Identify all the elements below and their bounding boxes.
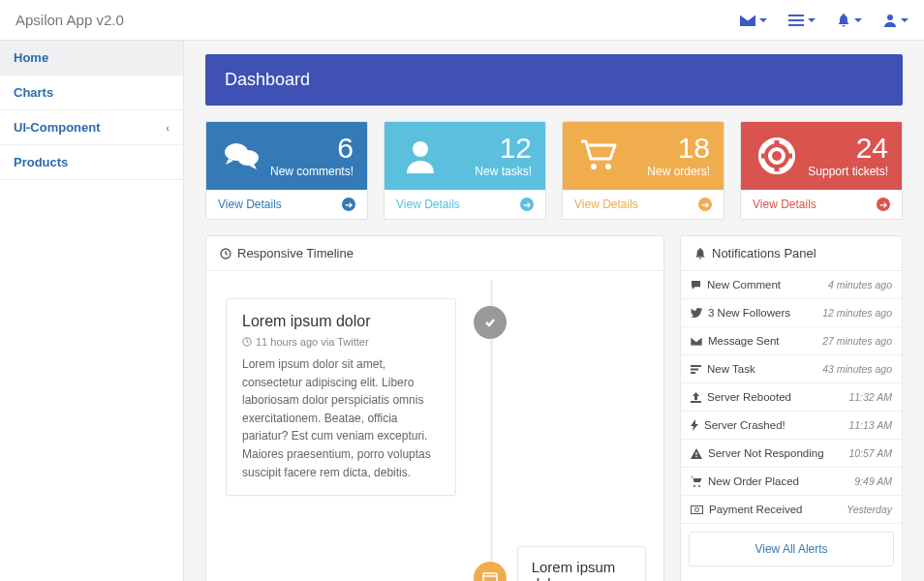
stat-tickets: 24Support tickets! View Details➔: [740, 121, 903, 220]
timeline-body: Lorem ipsum dolor 11 hours ago via Twitt…: [206, 271, 663, 581]
svg-rect-14: [691, 365, 701, 367]
stat-value: 12: [475, 134, 532, 163]
stat-link[interactable]: View Details➔: [206, 190, 367, 219]
brand-title: Apsilon App v2.0: [15, 12, 124, 28]
notification-item[interactable]: 3 New Followers12 minutes ago: [681, 299, 902, 327]
svg-rect-15: [691, 368, 698, 370]
svg-rect-1: [788, 19, 804, 21]
svg-point-8: [605, 164, 611, 169]
stat-link[interactable]: View Details➔: [385, 190, 545, 219]
stat-orders: 18New orders! View Details➔: [562, 121, 724, 220]
cart-icon: [691, 476, 702, 487]
svg-point-18: [695, 507, 699, 511]
view-all-alerts-button[interactable]: View All Alerts: [689, 532, 894, 566]
arrow-right-icon: ➔: [342, 198, 355, 211]
sidebar-item-ui-component[interactable]: UI-Component‹: [0, 110, 183, 145]
sidebar-item-charts[interactable]: Charts: [0, 76, 183, 110]
mail-icon: [740, 15, 755, 26]
sidebar-item-label: Products: [14, 155, 68, 169]
timeline-item: Lorem ipsum dolor Lorem ipsum dolor sit …: [517, 546, 646, 581]
user-dropdown[interactable]: [883, 14, 909, 27]
timeline-badge-card: [474, 562, 507, 581]
svg-rect-16: [691, 372, 695, 374]
messages-dropdown[interactable]: [740, 14, 767, 27]
comment-icon: [691, 280, 701, 290]
caret-down-icon: [808, 18, 816, 22]
timeline-badge-check: [474, 306, 507, 339]
user-icon: [398, 134, 443, 178]
sidebar-item-label: Charts: [14, 85, 53, 100]
notification-item[interactable]: Server Rebooted11:32 AM: [681, 383, 902, 412]
sidebar: Home Charts UI-Component‹ Products: [0, 41, 184, 581]
alerts-dropdown[interactable]: [837, 14, 862, 27]
stat-cards: 6New comments! View Details➔ 12New tasks…: [205, 121, 903, 220]
timeline-item: Lorem ipsum dolor 11 hours ago via Twitt…: [226, 298, 456, 496]
stat-label: Support tickets!: [808, 165, 888, 178]
notifications-panel: Notifications Panel New Comment4 minutes…: [680, 235, 903, 581]
topbar-actions: [740, 14, 909, 27]
stat-link[interactable]: View Details➔: [741, 190, 902, 219]
notification-item[interactable]: Message Sent27 minutes ago: [681, 327, 902, 355]
notification-item[interactable]: Payment ReceivedYesterday: [681, 496, 902, 524]
svg-rect-17: [692, 505, 703, 513]
tasks-dropdown[interactable]: [788, 14, 816, 27]
caret-down-icon: [854, 18, 862, 22]
timeline-panel: Responsive Timeline Lorem ipsum dolor 11…: [205, 235, 664, 581]
warn-icon: [691, 448, 702, 459]
svg-rect-13: [483, 573, 497, 581]
arrow-right-icon: ➔: [520, 198, 534, 211]
sidebar-item-products[interactable]: Products: [0, 145, 183, 180]
sidebar-item-label: Home: [14, 50, 48, 65]
upload-icon: [691, 392, 701, 403]
caret-down-icon: [759, 18, 767, 22]
notification-item[interactable]: Server Not Responding10:57 AM: [681, 440, 902, 468]
stat-tasks: 12New tasks! View Details➔: [384, 121, 546, 220]
notification-item[interactable]: New Comment4 minutes ago: [681, 271, 902, 299]
svg-rect-0: [788, 15, 804, 16]
svg-point-3: [887, 15, 893, 20]
panel-header: Notifications Panel: [681, 236, 902, 271]
money-icon: [691, 505, 703, 514]
main-content: Dashboard 6New comments! View Details➔ 1…: [184, 41, 924, 581]
twitter-icon: [691, 308, 702, 318]
stat-value: 24: [808, 134, 888, 163]
user-icon: [883, 14, 897, 27]
stat-value: 6: [270, 134, 354, 163]
bolt-icon: [691, 419, 698, 431]
svg-point-6: [413, 141, 428, 157]
stat-link[interactable]: View Details➔: [563, 190, 724, 219]
svg-rect-2: [788, 24, 804, 26]
bell-icon: [837, 14, 850, 27]
stat-comments: 6New comments! View Details➔: [205, 121, 368, 220]
notification-item[interactable]: New Task43 minutes ago: [681, 355, 902, 383]
list-icon: [788, 15, 804, 26]
arrow-right-icon: ➔: [877, 198, 890, 211]
notification-item[interactable]: New Order Placed9:49 AM: [681, 468, 902, 496]
mail-icon: [691, 337, 702, 346]
stat-value: 18: [647, 134, 710, 163]
topbar: Apsilon App v2.0: [0, 0, 924, 41]
stat-label: New comments!: [270, 165, 354, 178]
clock-icon: [220, 248, 231, 260]
cart-icon: [576, 134, 621, 178]
sidebar-item-home[interactable]: Home: [0, 41, 183, 76]
stat-label: New tasks!: [475, 165, 532, 178]
comments-icon: [220, 134, 264, 178]
notifications-list: New Comment4 minutes ago 3 New Followers…: [681, 271, 902, 524]
timeline-item-text: Lorem ipsum dolor sit amet, consectetur …: [242, 355, 440, 481]
timeline-item-title: Lorem ipsum dolor: [242, 313, 440, 330]
svg-point-5: [237, 150, 259, 166]
svg-point-10: [770, 149, 784, 163]
caret-down-icon: [901, 18, 909, 22]
arrow-right-icon: ➔: [698, 198, 712, 211]
page-title: Dashboard: [205, 54, 903, 106]
stat-label: New orders!: [647, 165, 710, 178]
tasks-icon: [691, 365, 701, 374]
timeline-item-meta: 11 hours ago via Twitter: [242, 336, 440, 348]
notification-item[interactable]: Server Crashed!11:13 AM: [681, 412, 902, 440]
timeline-item-title: Lorem ipsum dolor: [532, 559, 631, 581]
panels-row: Responsive Timeline Lorem ipsum dolor 11…: [205, 235, 903, 581]
svg-point-7: [591, 164, 597, 169]
panel-header: Responsive Timeline: [206, 236, 663, 271]
lifering-icon: [755, 134, 799, 178]
